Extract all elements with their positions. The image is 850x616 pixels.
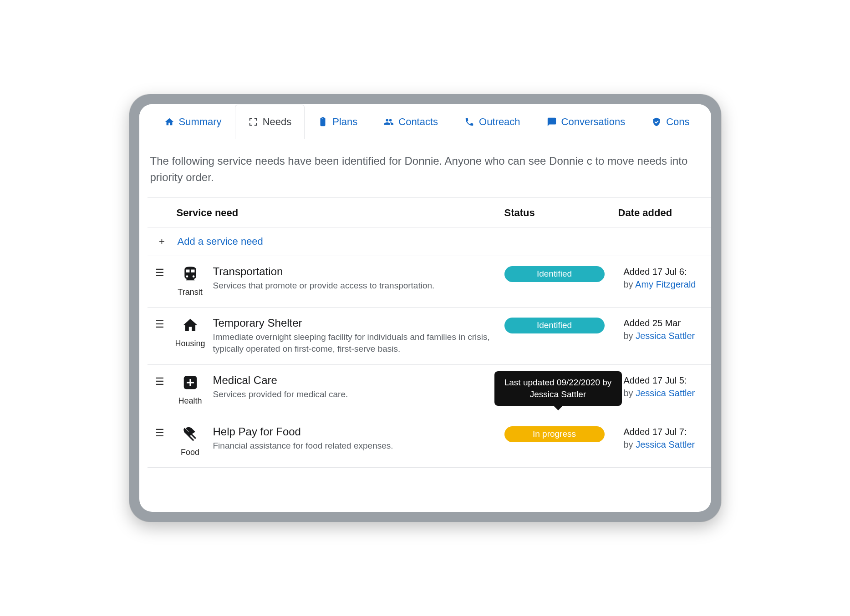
tab-plans[interactable]: Plans <box>305 104 371 139</box>
need-title: Medical Care <box>213 374 494 387</box>
need-cell: Help Pay for FoodFinancial assistance fo… <box>213 425 504 457</box>
date-added: Added 25 Mar <box>624 317 707 329</box>
tab-summary[interactable]: Summary <box>151 104 235 139</box>
added-by-link[interactable]: Jessica Sattler <box>636 388 695 398</box>
status-cell: Identified <box>504 265 618 297</box>
drag-handle-icon[interactable]: ☰ <box>152 425 168 457</box>
category-cell: Food <box>168 425 213 457</box>
added-by-link[interactable]: Jessica Sattler <box>636 439 695 449</box>
drag-handle-icon[interactable]: ☰ <box>152 374 168 406</box>
category-cell: Transit <box>168 265 213 297</box>
service-need-row: ☰HealthMedical CareServices provided for… <box>148 365 711 416</box>
drag-handle-icon[interactable]: ☰ <box>152 265 168 297</box>
need-title: Temporary Shelter <box>213 317 494 329</box>
status-cell: Last updated 09/22/2020 by Jessica Sattl… <box>504 374 618 406</box>
date-cell: Added 17 Jul 5:by Jessica Sattler <box>618 374 707 406</box>
tab-label: Outreach <box>479 116 520 128</box>
plus-icon: + <box>157 236 168 247</box>
need-description: Services provided for medical care. <box>213 389 494 400</box>
category-label: Transit <box>178 288 202 297</box>
status-cell: In progress <box>504 425 618 457</box>
status-badge[interactable]: Identified <box>504 266 605 282</box>
tab-label: Needs <box>263 116 292 128</box>
category-cell: Health <box>168 374 213 406</box>
tab-conversations[interactable]: Conversations <box>534 104 639 139</box>
food-icon <box>182 425 199 445</box>
service-need-row: ☰FoodHelp Pay for FoodFinancial assistan… <box>148 416 711 468</box>
need-cell: TransportationServices that promote or p… <box>213 265 504 297</box>
status-badge[interactable]: Identified <box>504 318 605 333</box>
add-service-need-row[interactable]: + Add a service need <box>148 227 711 256</box>
chat-icon <box>547 117 557 127</box>
device-frame: SummaryNeedsPlansContactsOutreachConvers… <box>129 94 721 522</box>
intro-text: The following service needs have been id… <box>148 153 711 198</box>
tab-label: Cons <box>666 116 689 128</box>
need-title: Help Pay for Food <box>213 425 494 438</box>
category-label: Food <box>181 448 199 457</box>
drag-handle-icon[interactable]: ☰ <box>152 317 168 354</box>
tab-outreach[interactable]: Outreach <box>451 104 534 139</box>
table-header: Service need Status Date added <box>148 198 711 227</box>
people-icon <box>384 117 394 127</box>
added-by: by Jessica Sattler <box>624 438 707 451</box>
home-icon <box>164 117 174 127</box>
column-header-service: Service need <box>177 207 504 219</box>
date-added: Added 17 Jul 6: <box>624 265 707 278</box>
added-by-link[interactable]: Amy Fitzgerald <box>635 279 696 289</box>
added-by: by Amy Fitzgerald <box>624 278 707 291</box>
focus-icon <box>248 117 258 127</box>
medical-icon <box>182 374 199 394</box>
need-description: Immediate overnight sleeping facility fo… <box>213 331 494 354</box>
tab-label: Summary <box>179 116 222 128</box>
column-header-date: Date added <box>618 207 707 219</box>
screen: SummaryNeedsPlansContactsOutreachConvers… <box>139 104 711 512</box>
column-header-status: Status <box>504 207 618 219</box>
need-title: Transportation <box>213 265 494 278</box>
date-added: Added 17 Jul 5: <box>624 374 707 387</box>
content-area: The following service needs have been id… <box>139 139 711 468</box>
need-cell: Temporary ShelterImmediate overnight sle… <box>213 317 504 354</box>
tab-needs[interactable]: Needs <box>235 105 305 139</box>
tab-label: Conversations <box>561 116 626 128</box>
category-label: Health <box>178 396 202 406</box>
tab-contacts[interactable]: Contacts <box>371 104 451 139</box>
date-cell: Added 17 Jul 6:by Amy Fitzgerald <box>618 265 707 297</box>
shield-icon <box>651 117 662 127</box>
added-by: by Jessica Sattler <box>624 329 707 342</box>
category-label: Housing <box>175 339 205 348</box>
added-by-link[interactable]: Jessica Sattler <box>636 331 695 341</box>
added-by: by Jessica Sattler <box>624 387 707 399</box>
date-cell: Added 25 Marby Jessica Sattler <box>618 317 707 354</box>
need-description: Financial assistance for food related ex… <box>213 440 494 452</box>
phone-icon <box>464 117 474 127</box>
train-icon <box>182 265 199 285</box>
need-cell: Medical CareServices provided for medica… <box>213 374 504 406</box>
status-cell: Identified <box>504 317 618 354</box>
status-badge[interactable]: In progress <box>504 426 605 442</box>
service-need-row: ☰TransitTransportationServices that prom… <box>148 256 711 308</box>
service-need-rows: ☰TransitTransportationServices that prom… <box>148 256 711 468</box>
tab-label: Contacts <box>398 116 438 128</box>
clipboard-icon <box>318 117 328 127</box>
tab-cons[interactable]: Cons <box>638 104 702 139</box>
category-cell: Housing <box>168 317 213 354</box>
house-icon <box>182 317 199 336</box>
date-added: Added 17 Jul 7: <box>624 425 707 438</box>
service-need-row: ☰HousingTemporary ShelterImmediate overn… <box>148 308 711 365</box>
status-tooltip: Last updated 09/22/2020 by Jessica Sattl… <box>494 371 622 405</box>
add-service-need-label: Add a service need <box>178 236 263 247</box>
tab-label: Plans <box>332 116 357 128</box>
date-cell: Added 17 Jul 7:by Jessica Sattler <box>618 425 707 457</box>
need-description: Services that promote or provide access … <box>213 280 494 292</box>
tabs-bar: SummaryNeedsPlansContactsOutreachConvers… <box>139 104 711 139</box>
